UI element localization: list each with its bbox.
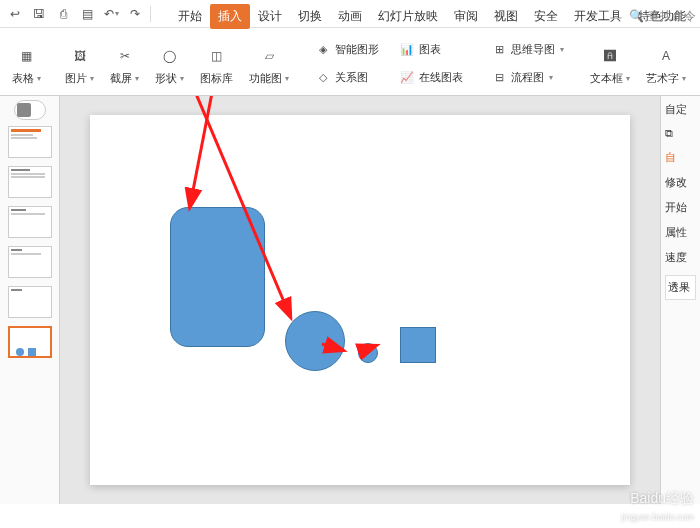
menu-view[interactable]: 视图 <box>486 4 526 29</box>
side-item-effect[interactable]: 透果 <box>665 275 696 300</box>
search-command[interactable]: 🔍 查找命令 <box>629 8 696 25</box>
chart-icon: 📊 <box>399 43 415 56</box>
slide-thumb-4[interactable] <box>8 246 52 278</box>
slide-thumb-2[interactable] <box>8 166 52 198</box>
ribbon-chart-label: 图表 <box>419 42 441 57</box>
onlinechart-icon: 📈 <box>399 71 415 84</box>
side-item-modify[interactable]: 修改 <box>665 175 696 190</box>
screenshot-icon: ✂ <box>120 41 130 71</box>
picture-icon: 🖼 <box>74 41 86 71</box>
slide-canvas-area[interactable] <box>60 96 660 504</box>
ribbon-table[interactable]: ▦ 表格▾ <box>6 34 47 92</box>
shape-rounded-rectangle[interactable] <box>170 207 265 347</box>
ribbon-wordart-label: 艺术字 <box>646 71 679 86</box>
ribbon-relation-label: 关系图 <box>335 70 368 85</box>
side-item-property[interactable]: 属性 <box>665 225 696 240</box>
menu-animation[interactable]: 动画 <box>330 4 370 29</box>
ribbon-mindmap-label: 思维导图 <box>511 42 555 57</box>
ribbon-onlinechart[interactable]: 📈在线图表 <box>395 64 467 90</box>
relation-icon: ◇ <box>315 71 331 84</box>
watermark-sub: jingyan.baidu.com <box>621 512 694 522</box>
search-icon: 🔍 <box>629 9 644 23</box>
ribbon-insert: ▦ 表格▾ 🖼 图片▾ ✂ 截屏▾ ◯ 形状▾ ◫ 图标库 ▱ 功能图▾ ◈智能… <box>0 30 700 96</box>
wordart-icon: A <box>662 41 670 71</box>
ribbon-relation[interactable]: ◇关系图 <box>311 64 383 90</box>
shapes-icon: ◯ <box>163 41 176 71</box>
slide-thumb-5[interactable] <box>8 286 52 318</box>
ribbon-picture-label: 图片 <box>65 71 87 86</box>
ribbon-screenshot[interactable]: ✂ 截屏▾ <box>104 34 145 92</box>
slide-thumb-3[interactable] <box>8 206 52 238</box>
funcchart-icon: ▱ <box>265 41 274 71</box>
ribbon-smartart[interactable]: ◈智能图形 <box>311 36 383 62</box>
side-panel: 自定 ⧉ 自 修改 开始 属性 速度 透果 <box>660 96 700 504</box>
ribbon-picture[interactable]: 🖼 图片▾ <box>59 34 100 92</box>
mindmap-icon: ⊞ <box>491 43 507 56</box>
side-item-speed[interactable]: 速度 <box>665 250 696 265</box>
menu-transition[interactable]: 切换 <box>290 4 330 29</box>
shape-circle-large[interactable] <box>285 311 345 371</box>
menu-devtools[interactable]: 开发工具 <box>566 4 630 29</box>
search-label: 查找命令 <box>648 8 696 25</box>
slide-thumb-1[interactable] <box>8 126 52 158</box>
side-icon-1[interactable]: ⧉ <box>665 127 696 140</box>
menu-security[interactable]: 安全 <box>526 4 566 29</box>
ribbon-textbox-label: 文本框 <box>590 71 623 86</box>
side-item-custom[interactable]: 自 <box>665 150 696 165</box>
menu-design[interactable]: 设计 <box>250 4 290 29</box>
slide-canvas[interactable] <box>90 115 630 485</box>
ribbon-funcchart-label: 功能图 <box>249 71 282 86</box>
ribbon-shapes-label: 形状 <box>155 71 177 86</box>
ribbon-flowchart[interactable]: ⊟流程图▾ <box>487 64 568 90</box>
thumbnail-view-toggle[interactable] <box>14 100 46 120</box>
menubar: 开始 插入 设计 切换 动画 幻灯片放映 审阅 视图 安全 开发工具 特色功能 … <box>0 2 700 30</box>
side-item-start[interactable]: 开始 <box>665 200 696 215</box>
ribbon-flowchart-label: 流程图 <box>511 70 544 85</box>
ribbon-smartart-label: 智能图形 <box>335 42 379 57</box>
side-title: 自定 <box>665 102 696 117</box>
menu-slideshow[interactable]: 幻灯片放映 <box>370 4 446 29</box>
ribbon-wordart[interactable]: A 艺术字▾ <box>640 34 692 92</box>
iconlib-icon: ◫ <box>211 41 222 71</box>
menu-review[interactable]: 审阅 <box>446 4 486 29</box>
textbox-icon: 🅰 <box>604 41 616 71</box>
ribbon-chart[interactable]: 📊图表 <box>395 36 467 62</box>
ribbon-mindmap[interactable]: ⊞思维导图▾ <box>487 36 568 62</box>
slide-thumbnail-panel <box>0 96 60 504</box>
ribbon-funcchart[interactable]: ▱ 功能图▾ <box>243 34 295 92</box>
ribbon-symbol[interactable]: Ω 符号 <box>696 34 700 92</box>
toggle-handle <box>17 103 31 117</box>
workspace: 自定 ⧉ 自 修改 开始 属性 速度 透果 <box>0 96 700 504</box>
menu-insert[interactable]: 插入 <box>210 4 250 29</box>
ribbon-shapes[interactable]: ◯ 形状▾ <box>149 34 190 92</box>
ribbon-iconlib-label: 图标库 <box>200 71 233 86</box>
menu-start[interactable]: 开始 <box>170 4 210 29</box>
ribbon-onlinechart-label: 在线图表 <box>419 70 463 85</box>
ribbon-iconlib[interactable]: ◫ 图标库 <box>194 34 239 92</box>
table-icon: ▦ <box>21 41 32 71</box>
slide-thumb-6[interactable] <box>8 326 52 358</box>
ribbon-textbox[interactable]: 🅰 文本框▾ <box>584 34 636 92</box>
shape-circle-small[interactable] <box>358 343 378 363</box>
smartart-icon: ◈ <box>315 43 331 56</box>
shape-square[interactable] <box>400 327 436 363</box>
ribbon-screenshot-label: 截屏 <box>110 71 132 86</box>
ribbon-table-label: 表格 <box>12 71 34 86</box>
flowchart-icon: ⊟ <box>491 71 507 84</box>
